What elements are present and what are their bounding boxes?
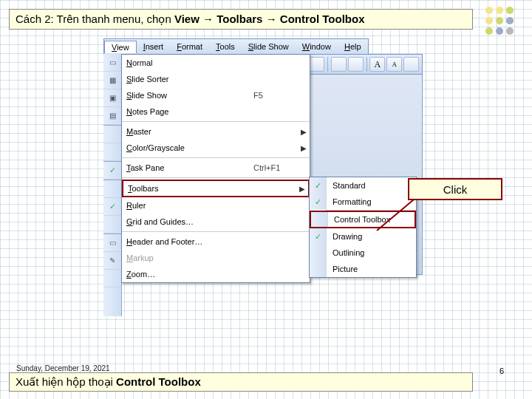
submenu-item-label: Drawing: [327, 232, 416, 241]
menu-item-label: Grid and Guides…: [122, 217, 253, 226]
check-icon: [103, 198, 121, 216]
menu-shortcut: Ctrl+F1: [253, 163, 298, 172]
submenu-item-label: Standard: [327, 181, 416, 190]
submenu-arrow-icon: ▶: [298, 128, 310, 136]
svg-point-1: [496, 7, 503, 14]
menu-item-color-grayscale[interactable]: Color/Grayscale▶: [122, 140, 310, 156]
submenu-item-label: Formatting: [327, 197, 416, 206]
step-view: View: [174, 13, 200, 25]
toolbar-button[interactable]: [331, 57, 347, 72]
submenu-item-standard[interactable]: ✓Standard: [310, 177, 416, 194]
menu-item-tools[interactable]: Tools: [209, 41, 242, 52]
menu-item-slide-show[interactable]: Slide ShowF5: [122, 87, 310, 103]
arrow-icon: →: [200, 13, 216, 25]
blank-icon: [310, 245, 327, 261]
submenu-item-picture[interactable]: Picture: [310, 261, 416, 277]
submenu-item-label: Outlining: [327, 248, 416, 257]
submenu-item-drawing[interactable]: ✓Drawing: [310, 228, 416, 245]
menu-item-view[interactable]: View: [104, 41, 137, 53]
blank-icon: [311, 212, 328, 227]
menu-item-window[interactable]: Window: [296, 41, 338, 52]
decorative-dots: [483, 4, 525, 46]
menu-item-header-and-footer[interactable]: Header and Footer…: [122, 233, 310, 250]
menu-item-slide-show[interactable]: Slide Show: [242, 41, 296, 52]
font-decrease-icon[interactable]: A: [386, 57, 402, 72]
menu-shortcut: F5: [253, 91, 298, 100]
align-right-icon[interactable]: [309, 57, 324, 72]
footer-date: Sunday, December 19, 2021: [16, 364, 110, 372]
submenu-arrow-icon: ▶: [296, 185, 308, 193]
check-icon: ✓: [310, 228, 327, 245]
menu-item-label: Zoom…: [122, 270, 253, 279]
menu-item-label: Ruler: [122, 201, 253, 210]
view-menu: NormalSlide SorterSlide ShowF5Notes Page…: [121, 54, 310, 283]
menu-item-label: Master: [122, 127, 253, 136]
menu-item-insert[interactable]: Insert: [137, 41, 171, 52]
menu-item-master[interactable]: Master▶: [122, 123, 310, 140]
svg-point-8: [506, 27, 514, 35]
menu-item-format[interactable]: Format: [170, 41, 209, 52]
menu-item-label: Slide Sorter: [122, 75, 253, 83]
menu-separator: [122, 177, 310, 178]
svg-point-3: [485, 17, 493, 24]
blank-icon: [103, 126, 121, 143]
toolbar-button[interactable]: [348, 57, 364, 72]
check-icon: [103, 162, 121, 180]
svg-point-7: [496, 27, 503, 35]
menu-item-markup: Markup: [122, 250, 310, 266]
menu-item-ruler[interactable]: Ruler: [122, 197, 310, 214]
svg-point-4: [496, 17, 503, 24]
submenu-arrow-icon: ▶: [298, 144, 310, 152]
menu-item-label: Header and Footer…: [122, 237, 253, 246]
slide-sorter-icon: ▦: [103, 72, 121, 89]
menu-separator: [122, 121, 310, 122]
menu-item-label: Toolbars: [123, 184, 252, 193]
menu-item-task-pane[interactable]: Task PaneCtrl+F1: [122, 160, 310, 176]
menu-item-label: Notes Page: [122, 107, 253, 116]
submenu-item-outlining[interactable]: Outlining: [310, 245, 416, 261]
font-increase-icon[interactable]: A: [369, 57, 385, 72]
header-footer-icon: ▭: [103, 234, 121, 252]
svg-point-2: [506, 7, 514, 14]
toolbar-separator: [366, 57, 367, 72]
arrow-icon: →: [262, 13, 279, 25]
svg-point-5: [506, 17, 514, 24]
submenu-item-formatting[interactable]: ✓Formatting: [310, 194, 416, 210]
footer-caption: Xuất hiện hộp thoại Control Toolbox: [9, 372, 473, 392]
submenu-item-control-toolbox[interactable]: Control Toolbox: [310, 211, 416, 228]
footer-prefix: Xuất hiện hộp thoại: [16, 375, 116, 388]
menu-item-zoom[interactable]: Zoom…: [122, 266, 310, 282]
menu-item-grid-and-guides[interactable]: Grid and Guides…: [122, 214, 310, 230]
svg-point-6: [485, 27, 493, 35]
markup-icon: ✎: [103, 252, 121, 270]
blank-icon: [103, 216, 121, 233]
menu-item-normal[interactable]: Normal: [122, 55, 310, 71]
click-callout: Click: [408, 178, 502, 200]
toolbars-submenu: ✓Standard✓FormattingControl Toolbox✓Draw…: [309, 177, 417, 278]
instruction-title: Cách 2: Trên thanh menu, chọn View → Too…: [9, 9, 473, 30]
blank-icon: [103, 270, 121, 287]
menu-item-slide-sorter[interactable]: Slide Sorter: [122, 71, 310, 87]
svg-point-0: [485, 7, 493, 14]
step-toolbars: Toolbars: [216, 13, 262, 25]
menu-item-label: Normal: [122, 58, 253, 67]
footer-bold: Control Toolbox: [116, 375, 201, 388]
menu-item-label: Markup: [122, 253, 253, 262]
menu-item-toolbars[interactable]: Toolbars▶: [122, 180, 310, 197]
submenu-item-label: Picture: [327, 265, 416, 273]
instruction-prefix: Cách 2: Trên thanh menu, chọn: [16, 13, 174, 25]
blank-icon: [310, 261, 327, 277]
menu-item-help[interactable]: Help: [338, 41, 368, 52]
menu-item-label: Slide Show: [122, 91, 253, 100]
normal-view-icon: ▭: [103, 54, 121, 72]
menu-icon-column: ▭ ▦ ▣ ▤ ▭ ✎: [103, 54, 122, 316]
menu-item-label: Task Pane: [122, 163, 253, 172]
toolbar-button[interactable]: [403, 57, 419, 72]
menu-separator: [122, 231, 310, 232]
check-icon: ✓: [310, 177, 327, 194]
menu-item-notes-page[interactable]: Notes Page: [122, 103, 310, 120]
check-icon: ✓: [310, 194, 327, 210]
blank-icon: [103, 143, 121, 161]
submenu-item-label: Control Toolbox: [328, 215, 415, 224]
step-control-toolbox: Control Toolbox: [280, 13, 365, 25]
